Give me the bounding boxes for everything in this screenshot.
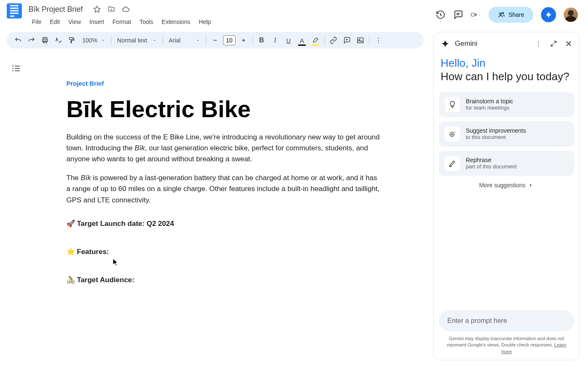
font-size-input[interactable] <box>223 35 236 45</box>
panel-menu-button[interactable] <box>535 40 542 47</box>
history-icon[interactable] <box>436 10 446 20</box>
sparkle-plus-icon <box>445 126 460 142</box>
comments-icon[interactable] <box>453 10 463 20</box>
svg-point-4 <box>502 13 504 14</box>
suggestion-title: Suggest improvements <box>466 127 526 134</box>
suggestion-rephrase[interactable]: Rephrase part of this document <box>439 151 574 176</box>
launch-date-heading: 🚀Target Launch date: Q2 2024 <box>66 219 383 228</box>
more-suggestions-button[interactable]: More suggestions <box>434 182 579 189</box>
highlight-color-button[interactable] <box>309 34 322 47</box>
chevron-right-icon <box>528 182 534 188</box>
svg-point-18 <box>378 42 379 43</box>
menu-help[interactable]: Help <box>195 17 214 27</box>
chevron-down-icon <box>152 38 157 42</box>
panel-expand-button[interactable] <box>550 40 557 47</box>
suggestion-subtitle: to this document <box>466 134 526 140</box>
chevron-down-icon <box>196 38 200 42</box>
brief-label: Project Brief <box>66 80 383 87</box>
prompt-placeholder: Enter a prompt here <box>447 317 566 325</box>
outline-toggle-button[interactable] <box>12 64 21 73</box>
suggestion-title: Rephrase <box>466 157 517 163</box>
panel-close-button[interactable] <box>565 40 572 47</box>
font-value: Arial <box>169 37 181 44</box>
font-select[interactable]: Arial <box>165 37 203 44</box>
gemini-button[interactable] <box>541 7 556 22</box>
paragraph-style-select[interactable]: Normal text <box>114 37 160 44</box>
increase-font-button[interactable] <box>237 34 250 47</box>
svg-rect-2 <box>471 13 475 16</box>
chevron-down-icon <box>478 13 481 17</box>
undo-button[interactable] <box>12 34 24 47</box>
svg-point-27 <box>538 45 539 46</box>
meet-button[interactable] <box>471 10 481 20</box>
text-color-button[interactable]: A <box>296 34 308 47</box>
zoom-value: 100% <box>82 37 97 44</box>
svg-rect-8 <box>69 37 73 39</box>
print-button[interactable] <box>39 34 51 47</box>
svg-point-17 <box>378 40 379 41</box>
gemini-side-panel: Gemini Hello, Jin How can I help you tod… <box>433 32 580 360</box>
audience-heading: 🚴Target Audience: <box>66 275 383 284</box>
menu-tools[interactable]: Tools <box>136 17 157 27</box>
suggestion-title: Brainstorm a topic <box>466 98 513 105</box>
brief-paragraph-2: The Bīk is powered by a last-generation … <box>66 173 383 206</box>
document-canvas[interactable]: Project Brief Bīk Electric Bike Building… <box>26 55 423 367</box>
suggestion-improvements[interactable]: Suggest improvements to this document <box>439 121 574 147</box>
suggestion-subtitle: for team meetings <box>466 105 513 111</box>
move-icon[interactable] <box>107 5 116 13</box>
lightbulb-icon <box>445 97 460 112</box>
features-heading: ⭐Features: <box>66 247 383 256</box>
disclaimer-text: Gemini may display inaccurate informatio… <box>439 336 574 355</box>
prompt-input[interactable]: Enter a prompt here <box>439 310 574 331</box>
svg-point-25 <box>538 41 539 42</box>
toolbar: 100% Normal text Arial B I U A <box>7 32 423 49</box>
suggestion-brainstorm[interactable]: Brainstorm a topic for team meetings <box>439 92 574 117</box>
spellcheck-button[interactable] <box>52 34 65 47</box>
paint-format-button[interactable] <box>66 34 78 47</box>
underline-button[interactable]: U <box>282 34 295 47</box>
sparkle-icon <box>544 10 553 19</box>
avatar[interactable] <box>564 8 578 22</box>
star-icon[interactable] <box>93 5 101 13</box>
more-tools-button[interactable] <box>372 34 385 47</box>
svg-point-26 <box>538 43 539 44</box>
redo-button[interactable] <box>25 34 38 47</box>
insert-image-button[interactable] <box>354 34 367 47</box>
menu-view[interactable]: View <box>65 17 84 27</box>
greeting-prompt: How can I help you today? <box>441 70 572 84</box>
suggestion-subtitle: part of this document <box>466 163 517 170</box>
menu-format[interactable]: Format <box>109 17 134 27</box>
sparkle-icon <box>441 39 450 48</box>
menu-insert[interactable]: Insert <box>86 17 108 27</box>
insert-link-button[interactable] <box>327 34 340 47</box>
docs-logo[interactable] <box>7 3 22 18</box>
document-title[interactable]: Bīk Project Brief <box>29 5 83 14</box>
decrease-font-button[interactable] <box>209 34 221 47</box>
svg-point-3 <box>499 13 501 15</box>
brief-paragraph-1: Building on the success of the E Bike Li… <box>66 132 383 165</box>
cloud-status-icon[interactable] <box>121 5 130 13</box>
chevron-down-icon <box>101 38 105 42</box>
menu-edit[interactable]: Edit <box>47 17 63 27</box>
svg-point-16 <box>378 38 379 39</box>
style-value: Normal text <box>117 37 147 44</box>
brief-title: Bīk Electric Bike <box>66 97 383 122</box>
add-comment-button[interactable] <box>341 34 353 47</box>
share-button[interactable]: Share <box>488 7 533 23</box>
menu-file[interactable]: File <box>29 17 45 27</box>
italic-button[interactable]: I <box>269 34 281 47</box>
zoom-select[interactable]: 100% <box>79 37 108 44</box>
panel-title: Gemini <box>455 39 530 48</box>
bold-button[interactable]: B <box>255 34 268 47</box>
menu-extensions[interactable]: Extensions <box>158 17 194 27</box>
share-label: Share <box>509 11 524 18</box>
people-icon <box>498 11 505 18</box>
greeting-name: Hello, Jin <box>441 57 572 70</box>
pencil-icon <box>445 156 460 171</box>
